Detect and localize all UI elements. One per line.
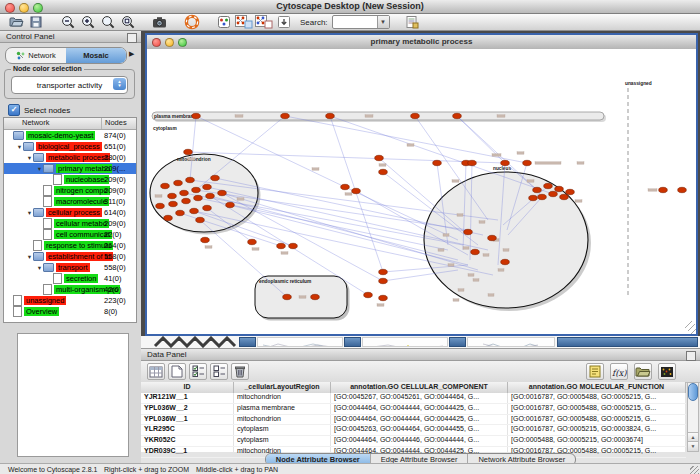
- network-node[interactable]: [190, 208, 199, 213]
- save-session-icon[interactable]: [26, 14, 46, 30]
- network-node[interactable]: [678, 187, 687, 192]
- float-panel-icon[interactable]: [686, 351, 696, 361]
- annotation-import-icon[interactable]: [274, 14, 294, 30]
- tree-row[interactable]: response to stimulu264(0): [4, 240, 136, 251]
- snapshot-icon[interactable]: [150, 14, 170, 30]
- network-node[interactable]: [194, 195, 203, 200]
- network-node[interactable]: [192, 113, 201, 118]
- network-node[interactable]: [411, 113, 420, 118]
- network-node[interactable]: [549, 191, 558, 196]
- unselect-attributes-icon[interactable]: [210, 363, 228, 380]
- search-input[interactable]: ▼: [332, 15, 390, 29]
- tree-expander-icon[interactable]: ▼: [36, 265, 43, 271]
- tree-row[interactable]: nucleobase-209(0): [4, 174, 136, 185]
- frame-resize-grip[interactable]: [691, 329, 696, 334]
- network-node[interactable]: [174, 180, 183, 185]
- network-frame-titlebar[interactable]: primary metabolic process: [147, 35, 696, 50]
- scrollbar-thumb[interactable]: [688, 383, 698, 401]
- select-nodes-checkbox[interactable]: ✓: [8, 104, 20, 116]
- tree-row[interactable]: cell communicat22(0): [4, 229, 136, 240]
- zoom-selected-icon[interactable]: [98, 14, 118, 30]
- attribute-table-icon[interactable]: [147, 363, 165, 380]
- network-node[interactable]: [196, 217, 205, 222]
- network-node[interactable]: [226, 202, 235, 207]
- tree-expander-icon[interactable]: ▼: [26, 254, 33, 260]
- frame-resize-grip[interactable]: [685, 321, 692, 328]
- network-node[interactable]: [180, 190, 189, 195]
- tree-expander-icon[interactable]: ▼: [16, 144, 23, 150]
- import-attributes-icon[interactable]: [634, 363, 652, 380]
- network-view-frame[interactable]: primary metabolic process plasma membran…: [145, 33, 698, 336]
- table-row[interactable]: YJR121W__1mitochondrion[GO:0045267, GO:0…: [141, 393, 686, 404]
- tree-row[interactable]: mosaic-demo-yeast874(0): [4, 130, 136, 141]
- network-node[interactable]: [379, 278, 388, 283]
- node-color-dropdown[interactable]: transporter activity ▲▼: [11, 76, 128, 94]
- network-node[interactable]: [176, 210, 185, 215]
- tree-row[interactable]: ▼primary metabo209(...: [4, 163, 136, 174]
- tab-mosaic[interactable]: Mosaic: [66, 48, 126, 63]
- network-node[interactable]: [471, 249, 480, 254]
- frame-window-controls[interactable]: [152, 38, 187, 47]
- tree-expander-icon[interactable]: ▼: [36, 166, 43, 172]
- table-row[interactable]: YPL036W__2plasma membrane[GO:0044464, GO…: [141, 404, 686, 415]
- network-node[interactable]: [201, 237, 210, 242]
- frame-close-icon[interactable]: [152, 38, 161, 47]
- help-icon[interactable]: [182, 14, 202, 30]
- network-node[interactable]: [566, 189, 575, 194]
- zoom-fit-icon[interactable]: [118, 14, 138, 30]
- network-node[interactable]: [379, 169, 388, 174]
- tree-row[interactable]: macromolecule311(0): [4, 196, 136, 207]
- select-attributes-icon[interactable]: [189, 363, 207, 380]
- network-node[interactable]: [281, 113, 290, 118]
- network-canvas[interactable]: plasma membranecytoplasmmitochondrionnuc…: [147, 49, 696, 334]
- delete-attribute-icon[interactable]: [231, 363, 249, 380]
- network-node[interactable]: [529, 195, 538, 200]
- network-node[interactable]: [203, 205, 212, 210]
- tree-row[interactable]: ▼biological_process651(0): [4, 141, 136, 152]
- network-node[interactable]: [501, 160, 510, 165]
- tree-row[interactable]: ▼metabolic process280(0): [4, 152, 136, 163]
- network-node[interactable]: [464, 229, 473, 234]
- network-node[interactable]: [555, 186, 564, 191]
- network-node[interactable]: [560, 194, 569, 199]
- birds-eye-view[interactable]: [17, 333, 129, 457]
- network-node[interactable]: [203, 184, 212, 189]
- plasma-membrane-compartment[interactable]: [152, 112, 604, 120]
- new-attribute-icon[interactable]: [168, 363, 186, 380]
- vizmapper-icon[interactable]: [214, 14, 234, 30]
- network-node[interactable]: [544, 183, 553, 188]
- tree-expander-icon[interactable]: ▼: [26, 155, 33, 161]
- network-node[interactable]: [184, 149, 193, 154]
- tab-network[interactable]: Network: [6, 48, 66, 63]
- network-node[interactable]: [468, 160, 477, 165]
- network-node[interactable]: [488, 235, 497, 240]
- frame-minimize-icon[interactable]: [165, 38, 174, 47]
- network-node[interactable]: [375, 155, 384, 160]
- open-session-icon[interactable]: [6, 14, 26, 30]
- network-node[interactable]: [352, 188, 361, 193]
- network-node[interactable]: [453, 113, 462, 118]
- tree-row[interactable]: ▼establishment of lo558(0): [4, 251, 136, 262]
- nucleus-compartment[interactable]: [424, 172, 588, 308]
- network-node[interactable]: [192, 187, 201, 192]
- network-node[interactable]: [206, 193, 215, 198]
- network-node[interactable]: [311, 294, 320, 299]
- network-node[interactable]: [379, 269, 388, 274]
- tree-row[interactable]: Overview8(0): [4, 306, 136, 317]
- network-node[interactable]: [501, 259, 510, 264]
- table-scrollbar[interactable]: ▲ ▼: [687, 382, 699, 452]
- network-node[interactable]: [169, 201, 178, 206]
- search-dropdown-icon[interactable]: ▼: [377, 16, 389, 28]
- network-node[interactable]: [533, 187, 542, 192]
- network-node[interactable]: [186, 177, 195, 182]
- network-node[interactable]: [182, 198, 191, 203]
- minimized-frame-titlebar[interactable]: [239, 337, 256, 347]
- float-panel-icon[interactable]: [127, 33, 137, 43]
- tree-expander-icon[interactable]: ▼: [26, 210, 33, 216]
- network-node[interactable]: [538, 194, 547, 199]
- tree-row[interactable]: multi-organism pro42(0): [4, 284, 136, 295]
- network-node[interactable]: [211, 175, 220, 180]
- minimized-frame-titlebar[interactable]: [557, 337, 698, 347]
- network-node[interactable]: [283, 294, 292, 299]
- network-node[interactable]: [161, 183, 170, 188]
